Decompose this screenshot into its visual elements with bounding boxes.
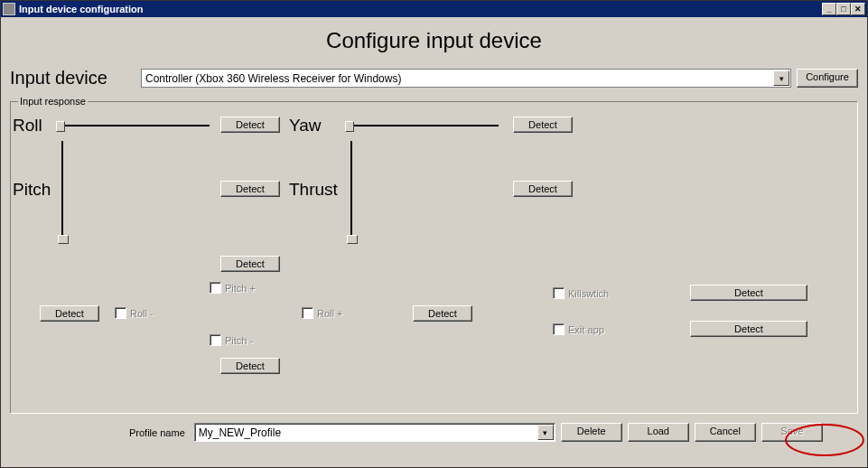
input-device-select[interactable]: Controller (Xbox 360 Wireless Receiver f…: [141, 69, 791, 88]
thrust-slider-thumb[interactable]: [347, 235, 358, 244]
exit-app-checkbox-box[interactable]: [553, 323, 565, 335]
app-icon: [3, 3, 15, 15]
save-button[interactable]: Save: [761, 423, 823, 442]
thrust-label: Thrust: [289, 180, 338, 200]
close-button[interactable]: ✕: [851, 3, 865, 15]
input-device-selected: Controller (Xbox 360 Wireless Receiver f…: [145, 72, 401, 85]
roll-minus-detect-button[interactable]: Detect: [40, 305, 99, 322]
roll-label: Roll: [13, 116, 42, 136]
delete-button[interactable]: Delete: [561, 423, 622, 442]
pitch-slider-track: [61, 141, 63, 239]
thrust-slider-track: [350, 141, 352, 239]
input-response-fieldset: Input response Roll Detect Yaw Detect Pi…: [10, 96, 858, 414]
pitch-minus-detect-button[interactable]: Detect: [220, 358, 280, 374]
thrust-slider[interactable]: [345, 136, 358, 244]
titlebar-buttons: _ □ ✕: [822, 3, 865, 15]
killswitch-detect-button[interactable]: Detect: [690, 285, 807, 301]
pitch-plus-checkbox-box[interactable]: [210, 282, 221, 294]
pitch-plus-checkbox[interactable]: Pitch +: [210, 282, 256, 294]
killswitch-checkbox-box[interactable]: [553, 287, 565, 299]
exit-app-checkbox[interactable]: Exit app: [553, 323, 604, 335]
roll-minus-checkbox-box[interactable]: [115, 307, 126, 319]
pitch-minus-label: Pitch -: [225, 335, 253, 346]
cancel-button[interactable]: Cancel: [695, 423, 756, 442]
roll-minus-checkbox[interactable]: Roll -: [115, 307, 154, 319]
roll-detect-button[interactable]: Detect: [220, 117, 280, 133]
roll-plus-detect-button[interactable]: Detect: [413, 305, 472, 322]
killswitch-label: Killswtich: [568, 288, 609, 299]
profile-name-value: My_NEW_Profile: [199, 426, 281, 439]
yaw-label: Yaw: [289, 116, 322, 136]
roll-slider-track: [61, 125, 210, 126]
pitch-minus-checkbox[interactable]: Pitch -: [210, 334, 253, 346]
roll-minus-label: Roll -: [130, 308, 154, 319]
pitch-minus-checkbox-box[interactable]: [210, 334, 221, 346]
roll-slider-thumb[interactable]: [56, 121, 65, 132]
yaw-slider[interactable]: [345, 119, 504, 132]
titlebar: Input device configuration _ □ ✕: [1, 1, 867, 17]
configure-button[interactable]: Configure: [797, 69, 858, 88]
pitch-plus-detect-button[interactable]: Detect: [220, 256, 280, 272]
profile-name-combo[interactable]: My_NEW_Profile: [194, 423, 555, 442]
pitch-slider-thumb[interactable]: [58, 235, 69, 244]
pitch-label: Pitch: [13, 180, 51, 200]
yaw-slider-thumb[interactable]: [345, 121, 354, 132]
bottom-row: Profile name My_NEW_Profile Delete Load …: [10, 423, 858, 442]
yaw-detect-button[interactable]: Detect: [513, 117, 573, 133]
yaw-slider-track: [350, 125, 499, 126]
pitch-detect-button[interactable]: Detect: [220, 181, 280, 197]
pitch-slider[interactable]: [56, 136, 69, 244]
thrust-detect-button[interactable]: Detect: [513, 181, 573, 197]
device-row: Input device Controller (Xbox 360 Wirele…: [10, 68, 858, 89]
window-title: Input device configuration: [19, 4, 822, 14]
killswitch-checkbox[interactable]: Killswtich: [553, 287, 609, 299]
input-response-legend: Input response: [18, 96, 88, 107]
roll-plus-checkbox[interactable]: Roll +: [302, 307, 342, 319]
pitch-plus-label: Pitch +: [225, 283, 256, 294]
page-title: Configure input device: [10, 28, 858, 53]
exit-app-detect-button[interactable]: Detect: [690, 321, 807, 337]
client-area: Configure input device Input device Cont…: [1, 17, 867, 467]
input-device-label: Input device: [10, 68, 141, 89]
roll-plus-checkbox-box[interactable]: [302, 307, 313, 319]
exit-app-label: Exit app: [568, 324, 604, 335]
window: Input device configuration _ □ ✕ Configu…: [0, 0, 868, 468]
profile-name-label: Profile name: [129, 427, 185, 438]
roll-plus-label: Roll +: [317, 308, 342, 319]
roll-slider[interactable]: [56, 119, 215, 132]
load-button[interactable]: Load: [628, 423, 689, 442]
maximize-button[interactable]: □: [836, 3, 851, 15]
minimize-button[interactable]: _: [822, 3, 836, 15]
